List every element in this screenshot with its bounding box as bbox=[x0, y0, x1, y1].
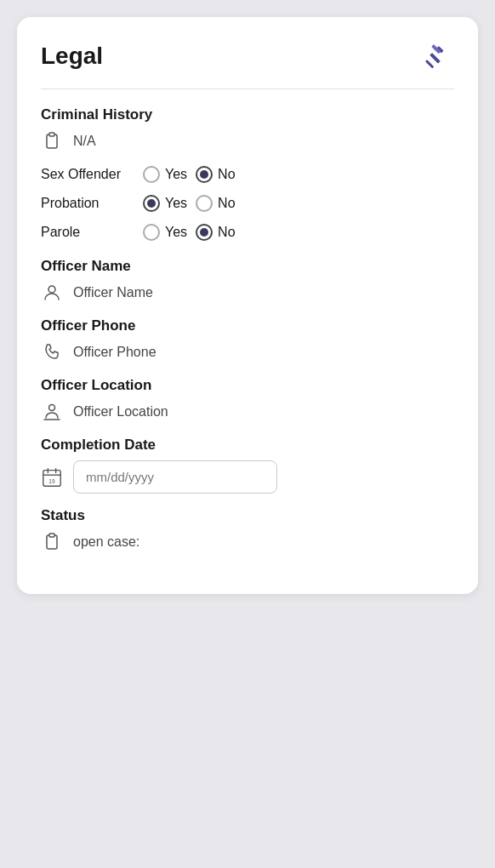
criminal-history-row: N/A bbox=[41, 130, 454, 152]
status-value: open case: bbox=[73, 534, 139, 550]
parole-yes-option[interactable]: Yes bbox=[143, 224, 187, 241]
officer-name-value: Officer Name bbox=[73, 285, 153, 300]
probation-yes-radio[interactable] bbox=[143, 195, 160, 212]
officer-phone-label: Officer Phone bbox=[41, 317, 454, 334]
sex-offender-label: Sex Offender bbox=[41, 167, 134, 182]
completion-date-input[interactable] bbox=[73, 460, 277, 494]
probation-row: Probation Yes No bbox=[41, 195, 454, 212]
gavel-icon bbox=[424, 41, 454, 71]
probation-no-radio[interactable] bbox=[196, 195, 213, 212]
sex-offender-yes-option[interactable]: Yes bbox=[143, 166, 187, 183]
sex-offender-no-option[interactable]: No bbox=[196, 166, 235, 183]
page-title: Legal bbox=[41, 43, 103, 70]
probation-yes-option[interactable]: Yes bbox=[143, 195, 187, 212]
probation-yes-label: Yes bbox=[165, 196, 187, 211]
status-row: open case: bbox=[41, 531, 454, 553]
clipboard-icon bbox=[41, 130, 63, 152]
svg-rect-5 bbox=[49, 133, 54, 136]
officer-phone-value: Officer Phone bbox=[73, 345, 156, 360]
probation-no-option[interactable]: No bbox=[196, 195, 235, 212]
criminal-history-value: N/A bbox=[73, 134, 96, 149]
sex-offender-yes-label: Yes bbox=[165, 167, 187, 182]
calendar-icon: 19 bbox=[41, 466, 63, 488]
svg-text:19: 19 bbox=[48, 478, 55, 484]
svg-point-7 bbox=[49, 405, 55, 411]
svg-rect-15 bbox=[49, 534, 54, 537]
sex-offender-row: Sex Offender Yes No bbox=[41, 166, 454, 183]
svg-rect-1 bbox=[430, 53, 441, 64]
card-header: Legal bbox=[41, 41, 454, 71]
probation-label: Probation bbox=[41, 196, 134, 211]
probation-no-label: No bbox=[218, 196, 235, 211]
sex-offender-yes-radio[interactable] bbox=[143, 166, 160, 183]
status-label: Status bbox=[41, 507, 454, 524]
legal-card: Legal Criminal History bbox=[17, 17, 478, 594]
officer-name-section: Officer Name Officer Name bbox=[41, 258, 454, 304]
parole-yes-label: Yes bbox=[165, 225, 187, 240]
officer-location-value: Officer Location bbox=[73, 404, 168, 420]
sex-offender-no-label: No bbox=[218, 167, 235, 182]
parole-no-label: No bbox=[218, 225, 235, 240]
status-section: Status open case: bbox=[41, 507, 454, 553]
parole-row: Parole Yes No bbox=[41, 224, 454, 241]
officer-location-label: Officer Location bbox=[41, 377, 454, 394]
parole-label: Parole bbox=[41, 225, 134, 240]
officer-phone-row: Officer Phone bbox=[41, 341, 454, 363]
phone-icon bbox=[41, 341, 63, 363]
officer-location-row: Officer Location bbox=[41, 401, 454, 423]
criminal-history-section: Criminal History N/A bbox=[41, 106, 454, 152]
completion-date-label: Completion Date bbox=[41, 437, 454, 454]
svg-point-6 bbox=[48, 286, 55, 293]
criminal-history-label: Criminal History bbox=[41, 106, 454, 123]
header-divider bbox=[41, 89, 454, 89]
person-icon bbox=[41, 282, 63, 304]
sex-offender-no-radio[interactable] bbox=[196, 166, 213, 183]
parole-no-option[interactable]: No bbox=[196, 224, 235, 241]
parole-yes-radio[interactable] bbox=[143, 224, 160, 241]
completion-date-section: Completion Date 19 bbox=[41, 437, 454, 494]
svg-rect-2 bbox=[425, 60, 435, 69]
location-person-icon bbox=[41, 401, 63, 423]
completion-date-row: 19 bbox=[41, 460, 454, 494]
officer-location-section: Officer Location Officer Location bbox=[41, 377, 454, 423]
officer-name-row: Officer Name bbox=[41, 282, 454, 304]
officer-phone-section: Officer Phone Officer Phone bbox=[41, 317, 454, 363]
officer-name-label: Officer Name bbox=[41, 258, 454, 275]
parole-no-radio[interactable] bbox=[196, 224, 213, 241]
status-clipboard-icon bbox=[41, 531, 63, 553]
